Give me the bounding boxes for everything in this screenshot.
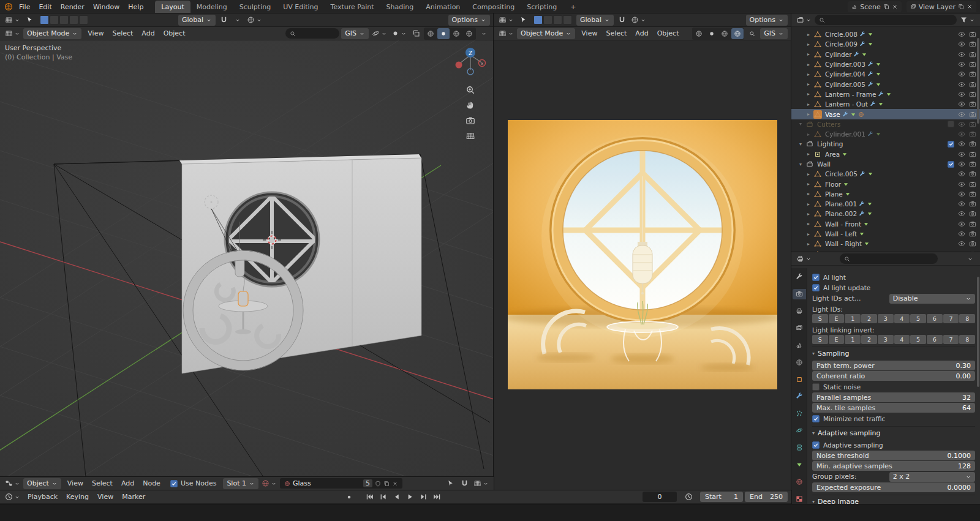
eye-visibility-icon[interactable] <box>958 81 965 88</box>
eye-visibility-icon[interactable] <box>958 170 965 178</box>
render-visibility-camera-icon[interactable] <box>969 151 976 158</box>
prop-slider-parallel-samples[interactable]: Parallel samples32 <box>812 392 975 402</box>
eye-visibility-icon[interactable] <box>958 230 965 238</box>
viewport-search[interactable] <box>285 28 339 39</box>
id-button-7[interactable]: 7 <box>943 335 959 344</box>
workspace-tab-animation[interactable]: Animation <box>420 1 466 13</box>
render-visibility-camera-icon[interactable] <box>969 100 976 108</box>
outliner-row-wall[interactable]: ▾Wall <box>791 159 980 169</box>
outliner-row-cylinder-005[interactable]: ▸Cylinder.005 <box>791 79 980 89</box>
expand-arrow-icon[interactable]: ▸ <box>805 81 812 87</box>
checkbox[interactable] <box>812 383 820 391</box>
gis-menu[interactable]: GIS <box>760 28 788 39</box>
workspace-tab-layout[interactable]: Layout <box>155 1 190 13</box>
id-button-6[interactable]: 6 <box>927 335 943 344</box>
render-visibility-camera-icon[interactable] <box>969 111 976 118</box>
active-tool-icon[interactable] <box>517 15 529 26</box>
editor-type-icon[interactable] <box>4 28 21 39</box>
current-frame-field[interactable]: 0 <box>643 492 677 502</box>
outliner-row-plane-002[interactable]: ▸Plane.002 <box>791 209 980 219</box>
viewport-menu-object[interactable]: Object <box>653 28 684 39</box>
fallback-tool-group[interactable] <box>533 15 572 24</box>
render-visibility-camera-icon[interactable] <box>969 91 976 98</box>
shading-wireframe-icon[interactable] <box>424 28 437 39</box>
close-icon[interactable] <box>967 4 973 10</box>
eye-visibility-icon[interactable] <box>958 130 965 138</box>
shading-rendered-icon[interactable] <box>463 28 475 39</box>
outliner-row-cutters[interactable]: ▾Cutters <box>791 119 980 129</box>
shader-type-dropdown[interactable]: Object <box>23 478 61 489</box>
render-visibility-camera-icon[interactable] <box>969 70 976 78</box>
timeline-menu-keying[interactable]: Keying <box>62 492 93 502</box>
id-button-3[interactable]: 3 <box>878 314 894 323</box>
viewport-menu-add[interactable]: Add <box>631 28 652 39</box>
expand-arrow-icon[interactable]: ▸ <box>805 241 812 247</box>
options-dropdown[interactable]: Options <box>746 15 788 26</box>
orientation-dropdown[interactable]: Global <box>576 15 614 26</box>
topbar-menu-window[interactable]: Window <box>89 2 124 12</box>
prop-checkbox-minimize-net-traffic[interactable]: Minimize net traffic <box>812 413 975 424</box>
snap-magnet-icon[interactable] <box>458 478 470 489</box>
checkbox[interactable] <box>812 441 820 449</box>
shading-solid-icon[interactable] <box>437 28 450 39</box>
expand-arrow-icon[interactable]: ▸ <box>805 221 812 227</box>
id-button-s[interactable]: S <box>812 314 828 323</box>
workspace-tab-sculpting[interactable]: Sculpting <box>233 1 277 13</box>
zoom-icon[interactable] <box>466 85 475 95</box>
next-keyframe-button[interactable] <box>417 492 430 503</box>
shader-menu-view[interactable]: View <box>63 478 88 489</box>
topbar-menu-render[interactable]: Render <box>56 2 89 12</box>
render-visibility-camera-icon[interactable] <box>969 230 976 238</box>
render-visibility-camera-icon[interactable] <box>969 140 976 148</box>
material-users-count[interactable]: 5 <box>363 479 372 487</box>
panel-section-sampling[interactable]: ▾Sampling <box>812 347 975 360</box>
checkbox[interactable] <box>812 274 820 281</box>
slot-dropdown[interactable]: Slot 1 <box>223 478 258 489</box>
outliner-row-lantern-frame[interactable]: ▸Lantern - Frame <box>791 89 980 99</box>
orientation-dropdown[interactable]: Global <box>178 15 216 26</box>
id-button-5[interactable]: 5 <box>910 335 926 344</box>
outliner-row-circle-008[interactable]: ▸Circle.008 <box>791 29 980 39</box>
eye-visibility-icon[interactable] <box>958 190 965 198</box>
id-button-3[interactable]: 3 <box>878 335 894 344</box>
prop-slider-path-term-power[interactable]: Path term. power0.30 <box>812 361 975 370</box>
tool-settings-icon[interactable] <box>497 15 515 26</box>
properties-search[interactable] <box>840 253 938 264</box>
prop-slider-noise-threshold[interactable]: Noise threshold0.1000 <box>812 451 975 460</box>
outliner-row-circle-005[interactable]: ▸Circle.005 <box>791 169 980 179</box>
expand-arrow-icon[interactable]: ▾ <box>797 121 804 127</box>
scene-tab[interactable] <box>793 340 806 350</box>
proportional-editing-icon[interactable] <box>630 15 647 26</box>
texture-tab[interactable] <box>793 493 806 504</box>
material-name-field[interactable]: Glass 5 <box>280 478 402 489</box>
id-button-2[interactable]: 2 <box>861 335 877 344</box>
blender-logo-icon[interactable] <box>4 2 13 12</box>
expand-arrow-icon[interactable]: ▸ <box>805 211 812 217</box>
shader-menu-select[interactable]: Select <box>88 478 117 489</box>
render-visibility-camera-icon[interactable] <box>969 200 976 208</box>
physics-tab[interactable] <box>793 425 806 436</box>
use-preview-range-clock-icon[interactable] <box>682 492 695 503</box>
shading-material-icon[interactable] <box>718 28 731 39</box>
expand-arrow-icon[interactable]: ▸ <box>805 201 812 207</box>
workspace-tab-modeling[interactable]: Modeling <box>190 1 233 13</box>
overlay-dropdown[interactable] <box>472 478 490 489</box>
render-visibility-camera-icon[interactable] <box>969 210 976 217</box>
editor-type-icon[interactable] <box>795 15 813 26</box>
frame-end-field[interactable]: End250 <box>745 492 788 502</box>
pin-icon[interactable] <box>444 478 456 489</box>
frame-start-field[interactable]: Start1 <box>700 492 743 502</box>
options-dropdown[interactable]: Options <box>448 15 490 26</box>
close-icon[interactable] <box>892 4 898 10</box>
snap-magnet-icon[interactable] <box>217 15 230 26</box>
shading-rendered-icon[interactable] <box>731 28 744 39</box>
prop-checkbox-ai-light-update[interactable]: AI light update <box>812 282 975 293</box>
checkbox[interactable] <box>812 284 820 291</box>
tool-settings-icon[interactable] <box>4 15 21 26</box>
shading-material-icon[interactable] <box>450 28 462 39</box>
viewport-rendered-canvas[interactable] <box>494 40 791 490</box>
id-button-6[interactable]: 6 <box>927 314 943 323</box>
prop-slider-coherent-ratio[interactable]: Coherent ratio0.00 <box>812 371 975 381</box>
viewport-menu-object[interactable]: Object <box>159 28 190 39</box>
eye-visibility-icon[interactable] <box>958 151 965 158</box>
